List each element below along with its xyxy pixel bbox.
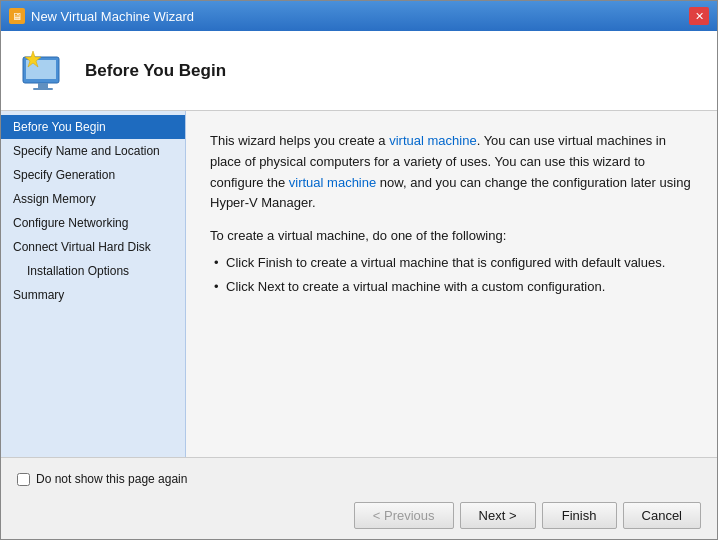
sidebar-item-0[interactable]: Before You Begin [1,115,185,139]
sidebar-item-6[interactable]: Installation Options [1,259,185,283]
virtual-machine-link1[interactable]: virtual machine [389,133,476,148]
content-area: This wizard helps you create a virtual m… [186,111,717,457]
bullet-list: Click Finish to create a virtual machine… [210,251,693,298]
app-icon: 🖥 [9,8,25,24]
buttons-row: < Previous Next > Finish Cancel [17,498,701,529]
header-banner: Before You Begin [1,31,717,111]
sidebar-item-5[interactable]: Connect Virtual Hard Disk [1,235,185,259]
intro-paragraph: This wizard helps you create a virtual m… [210,131,693,214]
sidebar-item-4[interactable]: Configure Networking [1,211,185,235]
virtual-machine-link2[interactable]: virtual machine [289,175,376,190]
svg-rect-3 [33,88,53,90]
dont-show-label[interactable]: Do not show this page again [36,472,187,486]
bullet-item-2: Click Next to create a virtual machine w… [210,275,693,299]
page-title: Before You Begin [85,61,226,81]
sidebar-item-7[interactable]: Summary [1,283,185,307]
window-title: New Virtual Machine Wizard [31,9,194,24]
sidebar-item-2[interactable]: Specify Generation [1,163,185,187]
wizard-window: 🖥 New Virtual Machine Wizard ✕ Before Yo… [0,0,718,540]
title-bar-left: 🖥 New Virtual Machine Wizard [9,8,194,24]
sidebar: Before You BeginSpecify Name and Locatio… [1,111,186,457]
previous-button[interactable]: < Previous [354,502,454,529]
main-content: Before You BeginSpecify Name and Locatio… [1,111,717,457]
bullet-item-1: Click Finish to create a virtual machine… [210,251,693,275]
cancel-button[interactable]: Cancel [623,502,701,529]
next-button[interactable]: Next > [460,502,536,529]
title-bar: 🖥 New Virtual Machine Wizard ✕ [1,1,717,31]
finish-button[interactable]: Finish [542,502,617,529]
svg-rect-2 [38,83,48,88]
sidebar-item-3[interactable]: Assign Memory [1,187,185,211]
checkbox-row: Do not show this page again [17,468,701,490]
dont-show-checkbox[interactable] [17,473,30,486]
sidebar-item-1[interactable]: Specify Name and Location [1,139,185,163]
header-icon [17,45,69,97]
instructions-title: To create a virtual machine, do one of t… [210,228,693,243]
close-button[interactable]: ✕ [689,7,709,25]
footer: Do not show this page again < Previous N… [1,457,717,539]
